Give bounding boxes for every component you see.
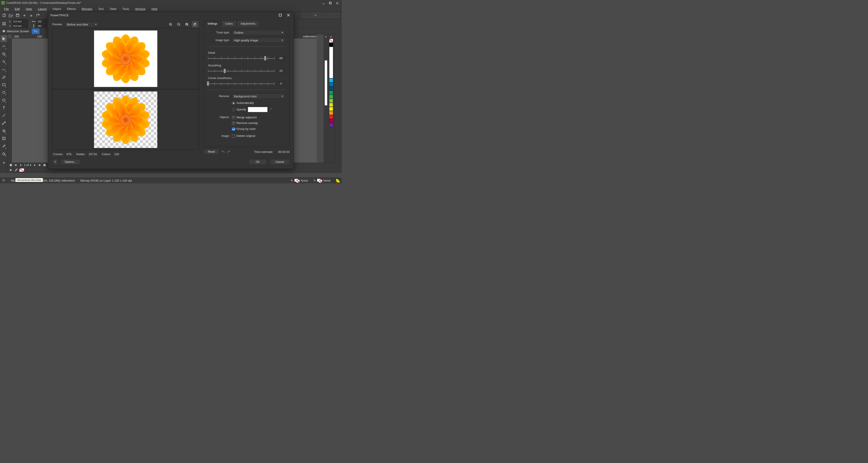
eyedropper-icon[interactable] — [14, 168, 18, 172]
toolbox-more[interactable] — [1, 160, 7, 166]
swatch[interactable] — [329, 123, 333, 127]
object-origin-icon[interactable] — [1, 21, 7, 26]
page-add-icon[interactable] — [9, 163, 13, 167]
menu-object[interactable]: Object — [50, 6, 64, 11]
shape-tool[interactable] — [1, 43, 7, 50]
fill-tool[interactable] — [1, 151, 7, 157]
swatch-none[interactable] — [329, 39, 333, 43]
cancel-button[interactable]: Cancel — [270, 159, 289, 165]
page-prev-icon[interactable] — [19, 163, 23, 167]
corner-value[interactable]: 0 — [277, 81, 285, 86]
export-icon[interactable] — [35, 13, 41, 18]
menu-effects[interactable]: Effects — [64, 6, 79, 11]
detail-value[interactable]: 86 — [277, 56, 285, 61]
page-last-icon[interactable] — [38, 163, 41, 167]
zoom-fit-icon[interactable] — [184, 22, 190, 27]
dialog-close-button[interactable] — [285, 13, 291, 18]
detail-slider[interactable] — [208, 56, 274, 60]
swatch[interactable] — [329, 91, 333, 95]
text-tool[interactable] — [1, 104, 7, 111]
cloud-upload-icon[interactable] — [22, 13, 27, 18]
y-input[interactable] — [12, 24, 28, 28]
scroll-thumb[interactable] — [324, 60, 327, 105]
outline-indicator[interactable]: ✎ None — [313, 179, 331, 183]
image-type-combo[interactable]: High quality image — [232, 37, 285, 43]
swatch[interactable] — [329, 78, 333, 82]
swatch[interactable] — [329, 115, 333, 119]
reset-button[interactable]: Reset — [204, 149, 219, 155]
zoom-tool[interactable] — [1, 58, 7, 65]
redo-icon[interactable] — [227, 150, 230, 154]
swatch[interactable] — [329, 95, 333, 99]
ellipse-tool[interactable] — [1, 89, 7, 96]
merge-adjacent-check[interactable]: Merge adjacent — [232, 115, 257, 119]
remove-combo[interactable]: Background color — [232, 94, 285, 99]
fill-indicator[interactable]: ✎ None — [291, 179, 308, 183]
tab-settings[interactable]: Settings — [204, 21, 221, 27]
drop-shadow-tool[interactable] — [1, 127, 7, 134]
swatch[interactable] — [329, 43, 333, 47]
palette-play-icon[interactable] — [9, 168, 13, 172]
status-palette-icon[interactable] — [336, 179, 340, 183]
help-button[interactable]: ? — [52, 159, 58, 165]
close-button[interactable] — [334, 0, 340, 5]
eyedropper-icon[interactable] — [269, 107, 272, 111]
crop-tool[interactable] — [1, 51, 7, 57]
preview-mode-combo[interactable]: Before and After — [65, 22, 99, 27]
maximize-button[interactable] — [327, 0, 334, 5]
freehand-tool[interactable] — [1, 66, 7, 73]
menu-file[interactable]: File — [1, 6, 11, 11]
corner-slider[interactable] — [208, 81, 274, 86]
page-next-icon[interactable] — [33, 163, 36, 167]
open-folder-icon[interactable]: ▾ — [8, 13, 13, 18]
specify-color-swatch[interactable] — [248, 107, 268, 112]
swatch[interactable] — [329, 103, 333, 107]
delete-original-check[interactable]: Delete original — [232, 134, 255, 138]
palette-none-swatch[interactable] — [20, 168, 24, 172]
remove-auto-radio[interactable]: Automatically — [232, 101, 254, 105]
artistic-media-tool[interactable] — [1, 74, 7, 80]
polygon-tool[interactable] — [1, 97, 7, 103]
smoothing-value[interactable]: 25 — [277, 68, 285, 73]
page-add-end-icon[interactable] — [43, 163, 46, 167]
eyedropper-tool[interactable] — [1, 143, 7, 150]
menu-text[interactable]: Text — [95, 6, 106, 11]
swatch[interactable] — [329, 82, 333, 87]
menu-tools[interactable]: Tools — [120, 6, 132, 11]
tab-adjustments[interactable]: Adjustments — [237, 21, 259, 27]
swatch[interactable] — [329, 87, 333, 91]
swatch[interactable] — [329, 119, 333, 123]
tab-colors[interactable]: Colors — [221, 21, 237, 27]
tab-active-doc[interactable]: Fo — [32, 29, 40, 34]
menu-edit[interactable]: Edit — [12, 6, 22, 11]
menu-bitmaps[interactable]: Bitmaps — [79, 6, 95, 11]
tab-home[interactable]: Welcome Screen — [0, 29, 32, 34]
vertical-scrollbar[interactable]: ▲ — [324, 34, 328, 173]
transparency-tool[interactable] — [1, 135, 7, 142]
pan-hand-icon[interactable] — [192, 22, 198, 27]
options-button[interactable]: Options... — [60, 159, 81, 165]
preview-after[interactable] — [53, 90, 199, 150]
pick-tool[interactable] — [1, 35, 7, 42]
swatch[interactable] — [329, 111, 333, 115]
dialog-maximize-button[interactable] — [277, 13, 283, 18]
connector-tool[interactable] — [1, 120, 7, 127]
remove-specify-radio[interactable]: Specify — [232, 108, 246, 111]
menu-help[interactable]: Help — [149, 6, 160, 11]
x-input[interactable] — [12, 20, 28, 23]
rectangle-tool[interactable] — [1, 81, 7, 88]
save-icon[interactable] — [15, 13, 20, 18]
ruler-vertical[interactable] — [8, 38, 12, 166]
ok-button[interactable]: OK — [249, 159, 267, 165]
trace-type-combo[interactable]: Outline — [232, 30, 285, 35]
smoothing-slider[interactable] — [208, 69, 274, 73]
minimize-button[interactable] — [320, 0, 327, 5]
zoom-out-icon[interactable] — [176, 22, 182, 27]
width-input[interactable] — [36, 20, 47, 23]
cloud-download-icon[interactable] — [29, 13, 34, 18]
group-by-color-check[interactable]: Group by color — [232, 127, 256, 131]
toolbar-box-k[interactable]: K: — [312, 13, 320, 18]
new-doc-icon[interactable] — [1, 13, 7, 18]
gear-icon[interactable] — [2, 178, 5, 183]
toolbar-box[interactable] — [331, 13, 339, 18]
